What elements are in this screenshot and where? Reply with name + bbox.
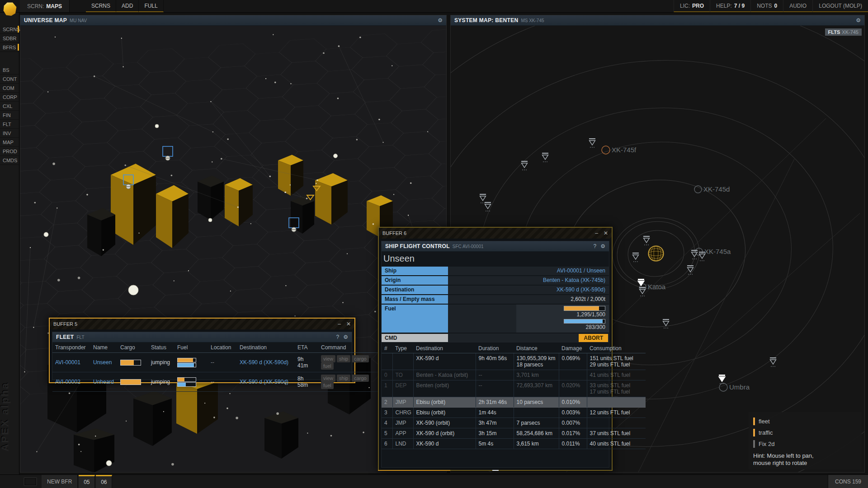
command-button-view[interactable]: view <box>321 355 335 362</box>
topbar-item-lic[interactable]: LIC:PRO <box>674 0 710 12</box>
large-star[interactable] <box>44 232 48 237</box>
fleet-col-location: Location <box>208 343 237 353</box>
bottom-bar: NEW BFR 0506 CONS 159 <box>0 474 868 488</box>
ship-marker[interactable] <box>589 138 595 148</box>
command-button-cargo[interactable]: cargo <box>352 355 369 362</box>
buffer-tab-06[interactable]: 06 <box>96 475 112 488</box>
topbar-item-help[interactable]: HELP:7 / 9 <box>710 0 750 12</box>
sidebar-item-sdbr[interactable]: SDBR <box>0 34 19 43</box>
large-star[interactable] <box>106 460 112 466</box>
topbar-button-scrns[interactable]: SCRNS <box>86 0 116 12</box>
legend-swatch <box>753 429 755 436</box>
flight-destination-link[interactable]: XK-590 d <box>413 439 476 449</box>
legend-item-fleet[interactable]: fleet <box>753 416 857 427</box>
topbar-item-audio[interactable]: AUDIO <box>783 0 812 12</box>
flight-destination-link[interactable]: Ebisu (orbit) <box>413 408 476 418</box>
gear-icon[interactable]: ⚙ <box>343 334 348 340</box>
large-star[interactable] <box>208 218 212 222</box>
fleets-badge-code: XK-745 <box>842 29 859 35</box>
sidebar-item-map[interactable]: MAP <box>0 138 19 147</box>
ship-status: jumping <box>148 372 175 392</box>
flight-col-damage: Damage <box>559 344 587 353</box>
legend-item-traffic[interactable]: traffic <box>753 427 857 438</box>
gear-icon[interactable]: ⚙ <box>856 17 861 23</box>
ship-destination-link[interactable]: XK-590 d (XK-590d) <box>240 379 288 385</box>
planet-xk-745f[interactable]: XK-745f <box>602 146 637 154</box>
command-button-ship[interactable]: ship <box>337 375 350 382</box>
flight-destination-link[interactable]: XK-590 d <box>413 353 476 370</box>
info-value[interactable]: XK-590 d (XK-590d) <box>448 286 609 294</box>
flight-damage: 0.007% <box>559 418 587 428</box>
info-value[interactable]: Benten - Katoa (XK-745b) <box>448 276 609 285</box>
close-icon[interactable]: ✕ <box>346 321 351 327</box>
close-icon[interactable]: ✕ <box>604 230 608 236</box>
screen-tab[interactable]: SCRN: MAPS <box>20 0 70 12</box>
flight-consumption: 33 units STL fuel 17 units FTL fuel <box>587 380 646 397</box>
planet-xk-745d[interactable]: XK-745d <box>694 185 730 193</box>
ship-marker[interactable] <box>480 194 486 203</box>
sidebar-item-flt[interactable]: FLT <box>0 120 19 129</box>
large-star[interactable] <box>128 285 138 295</box>
sidebar-item-cxl[interactable]: CXL <box>0 102 19 111</box>
new-buffer-button[interactable]: NEW BFR <box>42 475 78 488</box>
topbar-button-add[interactable]: ADD <box>116 0 139 12</box>
flight-destination-link[interactable]: XK-590 (orbit) <box>413 418 476 428</box>
command-button-fuel[interactable]: fuel <box>321 362 334 370</box>
sidebar-item-corp[interactable]: CORP <box>0 93 19 102</box>
star-benten[interactable] <box>648 246 664 261</box>
fleets-badge[interactable]: FLTSXK-745 <box>825 28 862 36</box>
flight-destination-link[interactable]: Ebisu (orbit) <box>413 397 476 408</box>
ship-transponder-link[interactable]: AVI-00001 <box>55 359 80 366</box>
ship-marker[interactable] <box>521 161 528 170</box>
large-star[interactable] <box>334 154 338 158</box>
info-value[interactable]: AVI-00001 / Unseen <box>448 267 609 275</box>
sidebar-item-inv[interactable]: INV <box>0 129 19 138</box>
buffer-tab-05[interactable]: 05 <box>79 475 95 488</box>
command-button-cargo[interactable]: cargo <box>352 375 369 382</box>
topbar-item-logoutmolp[interactable]: LOGOUT (MOLP) <box>812 0 868 12</box>
sidebar-item-com[interactable]: COM <box>0 84 19 93</box>
large-star[interactable] <box>155 124 159 128</box>
ship-marker[interactable] <box>485 202 491 211</box>
buffer-5-titlebar[interactable]: BUFFER 5 – ✕ <box>50 319 354 329</box>
flight-destination-link[interactable]: Benten (orbit) <box>413 380 476 397</box>
ship-marker[interactable] <box>719 375 725 384</box>
sidebar-item-bfrs[interactable]: BFRS <box>0 43 19 52</box>
abort-button[interactable]: ABORT <box>579 334 608 342</box>
help-icon[interactable]: ? <box>336 334 340 340</box>
sidebar-item-prod[interactable]: PROD <box>0 147 19 156</box>
ship-eta: 9h 41m <box>295 353 318 372</box>
sidebar-item-bs[interactable]: BS <box>0 66 19 75</box>
sidebar-item-cmds[interactable]: CMDS <box>0 156 19 165</box>
flight-duration: -- <box>476 380 514 397</box>
minimize-icon[interactable]: – <box>595 230 598 236</box>
command-button-view[interactable]: view <box>321 375 335 382</box>
buffer-6-titlebar[interactable]: BUFFER 6 – ✕ <box>379 228 612 239</box>
flight-destination-link[interactable]: XK-590 d (orbit) <box>413 428 476 439</box>
legend-item-fix-2d[interactable]: Fix 2d <box>753 438 857 450</box>
ship-marker[interactable] <box>663 319 669 328</box>
ship-marker[interactable] <box>643 236 650 245</box>
sidebar-item-cont[interactable]: CONT <box>0 75 19 84</box>
sidebar-item-fin[interactable]: FIN <box>0 111 19 120</box>
resize-handle[interactable] <box>492 470 499 471</box>
topbar-button-full[interactable]: FULL <box>139 0 163 12</box>
ship-name-link[interactable]: Unheard <box>93 379 114 385</box>
gear-icon[interactable]: ⚙ <box>600 243 605 249</box>
ship-name-link[interactable]: Unseen <box>93 359 112 366</box>
station-marker[interactable] <box>163 146 173 160</box>
command-button-ship[interactable]: ship <box>337 355 350 362</box>
screen-tab-label: SCRN: <box>27 3 44 9</box>
topbar-item-nots[interactable]: NOTS0 <box>750 0 783 12</box>
minimize-icon[interactable]: – <box>338 321 341 327</box>
ship-transponder-link[interactable]: AVI-00002 <box>55 379 80 385</box>
gear-icon[interactable]: ⚙ <box>438 17 443 23</box>
sidebar-item-scrns[interactable]: SCRNS <box>0 25 19 34</box>
ship-marker[interactable] <box>632 253 639 262</box>
command-button-fuel[interactable]: fuel <box>321 382 334 389</box>
help-icon[interactable]: ? <box>594 243 597 249</box>
flight-destination-link[interactable]: Benten - Katoa (orbit) <box>413 370 476 380</box>
ship-destination-link[interactable]: XK-590 d (XK-590d) <box>240 359 288 366</box>
ship-marker[interactable] <box>542 153 548 162</box>
planet-umbra[interactable]: Umbra <box>719 383 750 391</box>
